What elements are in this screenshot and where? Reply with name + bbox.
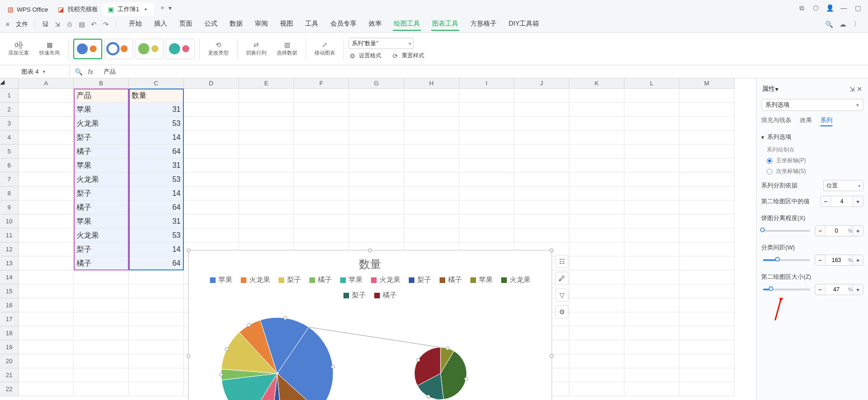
window-copy-icon[interactable]: ⧉ xyxy=(798,4,805,12)
menu-tab-insert[interactable]: 插入 xyxy=(153,18,168,31)
column-header[interactable]: E xyxy=(239,78,294,89)
column-header[interactable]: H xyxy=(404,78,459,89)
row-header[interactable]: 11 xyxy=(0,228,19,242)
column-header[interactable]: F xyxy=(294,78,349,89)
gap-input[interactable] xyxy=(826,255,847,265)
secsize-stepper[interactable]: − % + xyxy=(815,284,863,295)
app-tab-wps[interactable]: ▧ WPS Office xyxy=(2,3,53,16)
menu-tab-tools[interactable]: 工具 xyxy=(304,18,319,31)
legend-item[interactable]: 橘子 xyxy=(374,291,397,300)
decrement-button[interactable]: − xyxy=(815,226,826,236)
legend-item[interactable]: 梨子 xyxy=(343,291,366,300)
menu-tab-member[interactable]: 会员专享 xyxy=(329,18,357,31)
pie-of-pie-svg[interactable] xyxy=(189,303,553,400)
explosion-stepper[interactable]: − % + xyxy=(815,225,863,236)
row-header[interactable]: 22 xyxy=(0,382,19,396)
chevron-up-icon[interactable]: 〉 xyxy=(853,21,861,28)
hamburger-icon[interactable]: ≡ xyxy=(4,21,11,28)
menu-tab-squaregrid[interactable]: 方形格子 xyxy=(469,18,497,31)
legend-item[interactable]: 苹果 xyxy=(340,276,363,284)
secsize-slider[interactable] xyxy=(763,289,810,290)
decrement-button[interactable]: − xyxy=(815,284,826,295)
legend-item[interactable]: 苹果 xyxy=(470,276,493,284)
increment-button[interactable]: + xyxy=(853,284,863,295)
tab-overflow-icon[interactable]: ▾ xyxy=(166,4,174,12)
search-icon[interactable]: 🔍 xyxy=(825,21,833,28)
name-box[interactable]: 图表 4 ▾ xyxy=(0,65,70,78)
increment-button[interactable]: + xyxy=(853,255,863,265)
new-tab-button[interactable]: ＋ xyxy=(159,4,166,12)
change-type-button[interactable]: ⟲ 更改类型 xyxy=(204,35,232,63)
row-header[interactable]: 2 xyxy=(0,103,19,117)
explosion-slider[interactable] xyxy=(763,230,810,232)
pin-icon[interactable]: ⇲ xyxy=(848,85,856,93)
column-header[interactable]: A xyxy=(19,78,74,89)
maximize-icon[interactable]: ▢ xyxy=(854,4,861,12)
chart-elements-button[interactable]: ☷ xyxy=(555,255,568,268)
fx-icon[interactable]: fx xyxy=(87,68,94,76)
decrement-button[interactable]: − xyxy=(821,196,831,207)
gap-slider[interactable] xyxy=(763,259,810,261)
pane-tab-series[interactable]: 系列 xyxy=(820,117,833,126)
chart-style-thumb[interactable] xyxy=(104,39,133,59)
spreadsheet-grid[interactable]: ◢ ABCDEFGHIJKLM 123456789101112131415161… xyxy=(0,78,756,400)
secsize-input[interactable] xyxy=(826,284,847,295)
row-header[interactable]: 10 xyxy=(0,214,19,228)
row-header[interactable]: 4 xyxy=(0,131,19,145)
cloud-icon[interactable]: ☁ xyxy=(839,21,847,28)
add-element-button[interactable]: d╬ 添加元素 xyxy=(5,35,33,63)
pane-tab-effect[interactable]: 效果 xyxy=(800,117,812,126)
chart-settings-button[interactable]: ⚙ xyxy=(555,305,568,318)
menu-tab-view[interactable]: 视图 xyxy=(279,18,294,31)
select-all-corner[interactable]: ◢ xyxy=(0,78,19,89)
chart-legend[interactable]: 苹果火龙果梨子橘子苹果火龙果梨子橘子苹果火龙果梨子橘子 xyxy=(189,272,552,303)
column-header[interactable]: C xyxy=(129,78,184,89)
row-header[interactable]: 15 xyxy=(0,284,19,298)
menu-tab-drawing-tools[interactable]: 绘图工具 xyxy=(393,18,421,31)
resize-handle[interactable] xyxy=(187,248,190,252)
second-plot-count-stepper[interactable]: − + xyxy=(820,196,863,207)
zoom-icon[interactable]: 🔍 xyxy=(75,68,82,76)
menu-tab-diy[interactable]: DIY工具箱 xyxy=(508,18,540,31)
column-header[interactable]: J xyxy=(514,78,569,89)
column-header[interactable]: D xyxy=(184,78,239,89)
export-icon[interactable]: ⇲ xyxy=(54,21,61,28)
file-menu[interactable]: 文件 xyxy=(16,20,28,28)
reset-style-button[interactable]: 重置样式 xyxy=(402,52,424,60)
row-header[interactable]: 9 xyxy=(0,200,19,214)
save-icon[interactable]: 🖫 xyxy=(42,21,49,28)
menu-tab-page[interactable]: 页面 xyxy=(178,18,193,31)
row-header[interactable]: 5 xyxy=(0,145,19,159)
menu-tab-start[interactable]: 开始 xyxy=(128,18,143,31)
legend-item[interactable]: 火龙果 xyxy=(241,276,270,284)
legend-item[interactable]: 梨子 xyxy=(409,276,431,284)
menu-tab-data[interactable]: 数据 xyxy=(229,18,244,31)
menu-tab-chart-tools[interactable]: 图表工具 xyxy=(431,18,459,31)
chart-object[interactable]: ☷ 🖉 ▽ ⚙ 数量 苹果火龙果梨子橘子苹果火龙果梨子橘子苹果火龙果梨子橘子 xyxy=(188,250,552,400)
chart-style-thumb[interactable] xyxy=(135,39,164,59)
app-tab-template[interactable]: ◪ 找稻壳模板 xyxy=(53,3,103,16)
row-header[interactable]: 20 xyxy=(0,354,19,368)
print-icon[interactable]: ⎙ xyxy=(66,21,73,28)
increment-button[interactable]: + xyxy=(853,226,863,236)
split-by-select[interactable]: 位置 xyxy=(823,180,863,191)
app-tab-workbook[interactable]: ▣ 工作簿1 • xyxy=(103,3,154,16)
undo-icon[interactable]: ↶ xyxy=(90,21,98,28)
row-header[interactable]: 12 xyxy=(0,242,19,256)
format-selection-button[interactable]: 设置格式 xyxy=(359,52,381,60)
legend-item[interactable]: 梨子 xyxy=(279,276,301,284)
chart-style-thumb[interactable] xyxy=(73,39,102,59)
primary-axis-radio[interactable]: 主坐标轴(P) xyxy=(767,157,863,165)
gap-stepper[interactable]: − % + xyxy=(815,255,863,266)
series-options-header[interactable]: ▾ 系列选项 xyxy=(761,133,863,141)
chart-style-button[interactable]: 🖉 xyxy=(555,272,568,285)
column-header[interactable]: I xyxy=(459,78,514,89)
column-header[interactable]: K xyxy=(569,78,624,89)
explosion-input[interactable] xyxy=(826,226,847,236)
pane-tab-fill[interactable]: 填充与线条 xyxy=(761,117,791,126)
increment-button[interactable]: + xyxy=(853,196,863,207)
menu-tab-formula[interactable]: 公式 xyxy=(203,18,218,31)
row-header[interactable]: 1 xyxy=(0,89,19,103)
resize-handle[interactable] xyxy=(550,248,553,252)
menu-tab-efficiency[interactable]: 效率 xyxy=(368,18,383,31)
